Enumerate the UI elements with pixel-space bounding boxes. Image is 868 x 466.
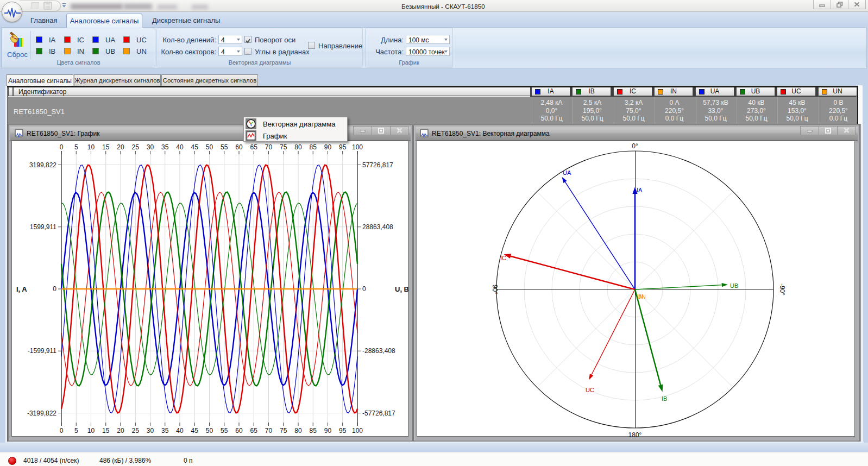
svg-text:UB: UB — [730, 282, 738, 289]
svg-text:-3199,822: -3199,822 — [27, 410, 56, 417]
svg-text:UA: UA — [563, 169, 571, 176]
svg-text:1599,911: 1599,911 — [30, 223, 56, 231]
svg-text:80: 80 — [294, 143, 302, 151]
svg-text:-28863,408: -28863,408 — [362, 347, 395, 355]
svg-text:100: 100 — [352, 143, 363, 151]
svg-text:180°: 180° — [628, 431, 642, 437]
svg-text:30: 30 — [147, 427, 154, 434]
svg-text:15: 15 — [102, 427, 110, 434]
svg-text:70: 70 — [265, 143, 273, 151]
svg-text:57726,817: 57726,817 — [362, 161, 393, 169]
svg-text:UC: UC — [586, 387, 594, 393]
svg-text:100: 100 — [352, 427, 363, 434]
svg-text:55: 55 — [221, 143, 228, 151]
svg-text:90: 90 — [324, 427, 332, 434]
svg-text:I, A: I, A — [16, 285, 27, 293]
svg-text:-90°: -90° — [778, 284, 786, 295]
svg-text:95: 95 — [339, 427, 347, 434]
svg-text:5: 5 — [74, 427, 78, 434]
svg-text:50: 50 — [206, 427, 213, 434]
svg-text:50: 50 — [206, 143, 213, 151]
svg-text:5: 5 — [74, 143, 78, 151]
svg-text:25: 25 — [132, 143, 140, 151]
svg-text:0°: 0° — [632, 142, 638, 150]
svg-text:60: 60 — [235, 143, 243, 151]
svg-text:95: 95 — [339, 143, 347, 151]
svg-text:10: 10 — [87, 143, 95, 151]
svg-text:65: 65 — [250, 427, 258, 434]
svg-text:90°: 90° — [491, 285, 499, 294]
svg-text:U, B: U, B — [395, 285, 409, 293]
svg-text:65: 65 — [250, 143, 258, 151]
svg-text:40: 40 — [176, 427, 184, 434]
svg-text:60: 60 — [235, 427, 243, 434]
svg-text:75: 75 — [280, 143, 287, 151]
svg-text:75: 75 — [280, 427, 287, 434]
svg-text:90: 90 — [324, 143, 332, 151]
svg-text:80: 80 — [294, 427, 302, 434]
svg-text:25: 25 — [132, 427, 140, 434]
svg-text:45: 45 — [191, 427, 199, 434]
svg-text:IA: IA — [637, 187, 643, 193]
svg-text:3199,822: 3199,822 — [29, 161, 56, 169]
svg-text:10: 10 — [87, 427, 95, 434]
svg-text:-1599,911: -1599,911 — [28, 347, 56, 355]
svg-text:28863,408: 28863,408 — [362, 223, 393, 231]
svg-text:40: 40 — [176, 143, 184, 151]
svg-text:IC: IC — [500, 255, 506, 261]
svg-text:85: 85 — [310, 143, 317, 151]
svg-text:0: 0 — [53, 285, 56, 293]
svg-text:45: 45 — [191, 143, 199, 151]
svg-text:0: 0 — [60, 427, 64, 434]
svg-text:0: 0 — [60, 143, 64, 151]
svg-text:55: 55 — [221, 427, 228, 434]
svg-text:35: 35 — [161, 427, 169, 434]
svg-text:-57726,817: -57726,817 — [362, 410, 395, 417]
svg-text:0: 0 — [362, 285, 366, 293]
svg-text:20: 20 — [117, 143, 124, 151]
svg-text:15: 15 — [102, 143, 110, 151]
svg-text:85: 85 — [310, 427, 317, 434]
svg-text:30: 30 — [147, 143, 154, 151]
svg-text:35: 35 — [161, 143, 169, 151]
svg-text:70: 70 — [265, 427, 273, 434]
svg-text:20: 20 — [117, 427, 124, 434]
svg-text:UN: UN — [637, 293, 646, 300]
svg-text:IB: IB — [662, 395, 667, 402]
